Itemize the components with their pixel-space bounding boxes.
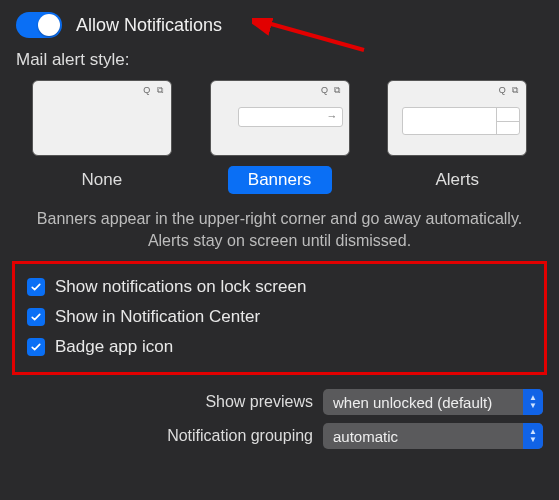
alert-style-banners-preview[interactable]: Q ⧉ →	[210, 80, 350, 156]
show-previews-select[interactable]: when unlocked (default) ▲▼	[323, 389, 543, 415]
search-icon: Q ⧉	[499, 85, 521, 96]
notification-grouping-value: automatic	[333, 428, 398, 445]
alert-style-row: Q ⧉ None Q ⧉ → Banners Q ⧉ Alerts	[0, 80, 559, 194]
notification-center-label: Show in Notification Center	[55, 307, 260, 327]
search-icon: Q ⧉	[321, 85, 343, 96]
check-icon	[30, 281, 42, 293]
chevron-up-down-icon: ▲▼	[523, 389, 543, 415]
alert-style-none-preview[interactable]: Q ⧉	[32, 80, 172, 156]
notification-grouping-select[interactable]: automatic ▲▼	[323, 423, 543, 449]
alert-style-banners-label[interactable]: Banners	[228, 166, 332, 194]
arrow-right-icon: →	[327, 110, 338, 122]
alert-style-description: Banners appear in the upper-right corner…	[0, 194, 559, 257]
badge-app-icon-checkbox[interactable]	[27, 338, 45, 356]
allow-notifications-label: Allow Notifications	[76, 15, 222, 36]
lock-screen-label: Show notifications on lock screen	[55, 277, 306, 297]
search-icon: Q ⧉	[143, 85, 165, 96]
lock-screen-checkbox[interactable]	[27, 278, 45, 296]
alert-style-heading: Mail alert style:	[0, 46, 559, 80]
check-icon	[30, 311, 42, 323]
annotation-red-box: Show notifications on lock screen Show i…	[12, 261, 547, 375]
show-previews-label: Show previews	[205, 393, 313, 411]
chevron-up-down-icon: ▲▼	[523, 423, 543, 449]
check-icon	[30, 341, 42, 353]
show-previews-value: when unlocked (default)	[333, 394, 492, 411]
notification-center-checkbox[interactable]	[27, 308, 45, 326]
alert-style-alerts-preview[interactable]: Q ⧉	[387, 80, 527, 156]
allow-notifications-toggle[interactable]	[16, 12, 62, 38]
notification-grouping-label: Notification grouping	[167, 427, 313, 445]
badge-app-icon-label: Badge app icon	[55, 337, 173, 357]
alert-style-alerts-label[interactable]: Alerts	[405, 166, 509, 194]
alert-style-none-label[interactable]: None	[50, 166, 154, 194]
